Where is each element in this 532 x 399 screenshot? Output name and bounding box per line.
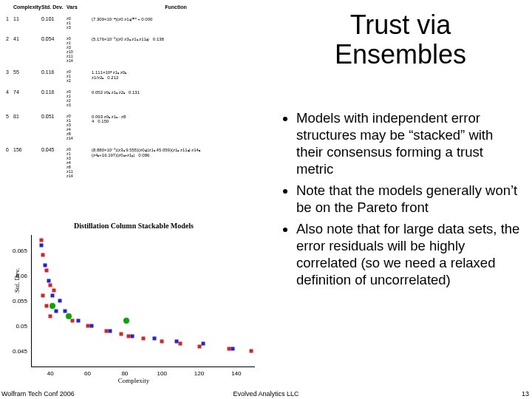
data-point <box>130 334 134 338</box>
data-point <box>175 339 179 343</box>
data-point <box>52 289 56 293</box>
data-point <box>54 309 58 313</box>
data-point <box>66 313 72 319</box>
data-point <box>201 342 205 346</box>
bullet-item: Models with independent error structures… <box>296 109 523 177</box>
bullet-item: Note that the models generally won’t be … <box>296 182 523 216</box>
data-point <box>231 347 234 351</box>
bullet-list: Models with independent error structures… <box>283 109 523 293</box>
data-point <box>76 319 80 323</box>
x-axis-label: Complexity <box>4 377 263 384</box>
x-tick: 60 <box>84 370 91 377</box>
table-row: 5810.051z0z1z3z4z8z140.093 z0₁ z1₁ · z84… <box>6 114 265 140</box>
col-stddev: Std. Dev. <box>41 4 66 10</box>
slide-title: Trust via Ensembles <box>290 10 511 69</box>
y-tick: 0.065 <box>13 247 27 253</box>
data-point <box>179 342 183 346</box>
data-point <box>142 337 146 341</box>
data-point <box>123 318 129 324</box>
y-tick: 0.06 <box>16 272 27 279</box>
col-complexity: Complexity <box>13 4 41 10</box>
data-point <box>89 324 93 328</box>
x-tick: 80 <box>121 370 128 377</box>
col-function: Function <box>87 4 265 10</box>
data-point <box>49 314 52 318</box>
table-row: 3550.116z0z1z21.111×10⁴ z1₁ z0₁z1/z2₁ 0.… <box>6 69 265 83</box>
data-point <box>58 299 61 303</box>
data-point <box>41 294 45 298</box>
data-point <box>108 330 112 333</box>
y-tick: 0.05 <box>16 323 27 330</box>
table-row: 4740.116z0z1z2z30.052 z0₁ z1₁·z2₁ 0.131 <box>6 89 265 107</box>
data-point <box>39 243 43 247</box>
data-point <box>47 279 50 282</box>
bullet-item: Also note that for large data sets, the … <box>296 220 523 288</box>
table-row: 61560.045z0z1z3z4z8z11z14(8.880×10⁻⁵)(z3… <box>6 147 265 178</box>
data-point <box>71 319 75 323</box>
table-row: 2410.054z0z1z3z10z11z14(5.176×10⁻⁵)(z0 z… <box>6 36 265 63</box>
x-tick: 140 <box>231 370 241 377</box>
data-point <box>50 294 54 298</box>
y-tick: 0.055 <box>13 298 27 304</box>
data-point <box>39 238 43 242</box>
x-tick: 40 <box>47 370 54 377</box>
col-vars: Vars <box>66 4 87 10</box>
data-point <box>160 339 164 343</box>
data-point <box>249 349 253 353</box>
data-point <box>153 337 157 341</box>
data-point <box>45 268 49 272</box>
footer-right: 13 <box>522 390 529 398</box>
x-tick: 100 <box>157 370 166 377</box>
table-row: 1110.101z0z1z3(7.309×10⁻⁴)(z0 z1₁)ᵒ⁰⁰ + … <box>6 16 265 30</box>
y-tick: 0.045 <box>13 348 27 355</box>
data-point <box>119 332 123 335</box>
footer-center: Evolved Analytics LLC <box>0 390 532 398</box>
model-table: Complexity Std. Dev. Vars Function 1110.… <box>6 4 265 178</box>
chart-title: Distillation Column Stackable Models <box>4 222 263 230</box>
scatter-chart: Distillation Column Stackable Models Std… <box>4 222 263 384</box>
plot-area: 0.0450.050.0550.060.065406080100120140 <box>31 235 255 367</box>
data-point <box>45 304 49 307</box>
data-point <box>43 264 47 267</box>
data-point <box>49 284 52 287</box>
data-point <box>50 303 55 309</box>
data-point <box>41 253 45 257</box>
data-point <box>64 309 67 313</box>
x-tick: 120 <box>194 370 204 377</box>
